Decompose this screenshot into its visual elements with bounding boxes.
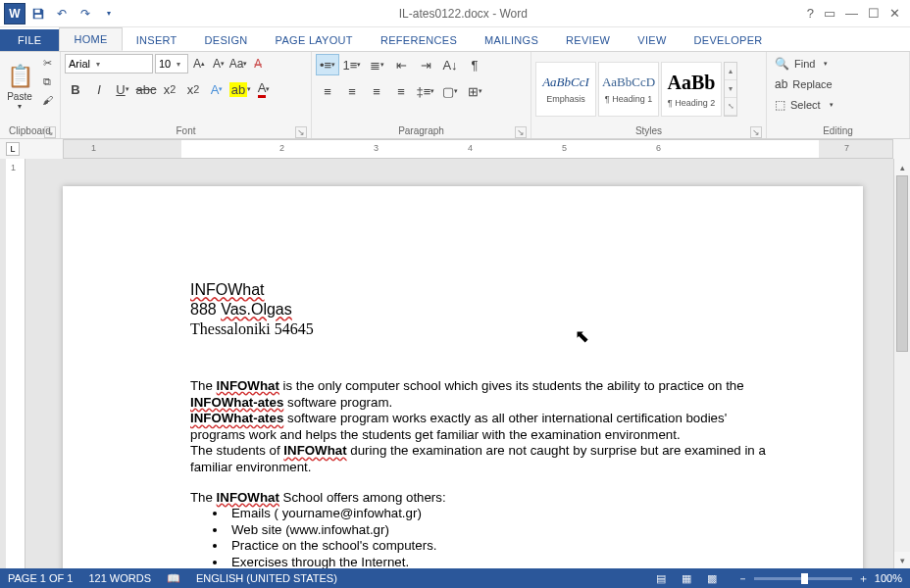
tab-insert[interactable]: INSERT [123, 29, 191, 51]
tab-references[interactable]: REFERENCES [367, 29, 471, 51]
decrease-indent-button[interactable]: ⇤ [389, 54, 413, 75]
zoom-thumb[interactable] [801, 573, 808, 584]
group-styles: AaBbCcIEmphasis AaBbCcD¶ Heading 1 AaBb¶… [531, 52, 767, 138]
ribbon-options-button[interactable]: ▭ [824, 6, 835, 21]
font-launcher[interactable]: ↘ [295, 126, 307, 138]
maximize-button[interactable]: ☐ [868, 6, 880, 21]
replace-button[interactable]: abReplace [771, 74, 836, 94]
page-indicator[interactable]: PAGE 1 OF 1 [8, 572, 73, 584]
vertical-ruler[interactable]: 1 [6, 159, 25, 568]
borders-button[interactable]: ⊞▾ [463, 80, 486, 102]
multilevel-button[interactable]: ≣▾ [365, 54, 388, 75]
copy-button[interactable]: ⧉ [38, 73, 56, 90]
shrink-font-button[interactable]: A▾ [210, 54, 228, 74]
align-right-button[interactable]: ≡ [365, 80, 388, 102]
styles-scroll-up[interactable]: ▴ [725, 63, 736, 80]
text-effects-button[interactable]: A▾ [206, 78, 228, 100]
language-indicator[interactable]: ENGLISH (UNITED STATES) [196, 572, 337, 584]
style-heading-1[interactable]: AaBbCcD¶ Heading 1 [598, 62, 659, 117]
align-left-button[interactable]: ≡ [316, 80, 339, 102]
clipboard-launcher[interactable]: ↘ [44, 126, 56, 138]
shading-button[interactable]: ▢▾ [438, 80, 462, 102]
word-count[interactable]: 121 WORDS [88, 572, 151, 584]
tab-page-layout[interactable]: PAGE LAYOUT [262, 29, 367, 51]
page[interactable]: INFOWhat 888 Vas.Olgas Thessaloniki 5464… [63, 186, 863, 568]
help-button[interactable]: ? [807, 6, 814, 21]
find-button[interactable]: 🔍Find▾ [771, 54, 832, 74]
minimize-button[interactable]: ― [845, 6, 858, 21]
style-emphasis[interactable]: AaBbCcIEmphasis [535, 62, 596, 117]
paragraph-label: Paragraph [398, 125, 444, 136]
bold-button[interactable]: B [65, 78, 86, 100]
zoom-out-button[interactable]: － [737, 571, 748, 586]
save-button[interactable] [27, 3, 49, 24]
font-color-button[interactable]: A▾ [253, 78, 275, 100]
show-marks-button[interactable]: ¶ [463, 54, 486, 75]
group-clipboard: 📋 Paste ▾ ✂ ⧉ 🖌 Clipboard↘ [0, 52, 61, 138]
close-button[interactable]: ✕ [889, 6, 900, 21]
styles-launcher[interactable]: ↘ [750, 126, 762, 138]
underline-button[interactable]: U▾ [112, 78, 133, 100]
sort-button[interactable]: A↓ [438, 54, 462, 75]
numbering-button[interactable]: 1≡▾ [340, 54, 364, 75]
italic-button[interactable]: I [88, 78, 110, 100]
doc-text: The INFOWhat is the only computer school… [190, 378, 769, 411]
change-case-button[interactable]: Aa▾ [229, 54, 247, 74]
horizontal-ruler[interactable]: 1 2 3 4 5 6 7 [63, 139, 893, 159]
scroll-thumb[interactable] [896, 175, 908, 352]
print-layout-button[interactable]: ▦ [677, 570, 696, 586]
font-size-select[interactable]: 10▾ [155, 54, 188, 74]
clear-formatting-button[interactable]: A̶ [249, 54, 267, 74]
subscript-button[interactable]: x2 [159, 78, 180, 100]
select-button[interactable]: ⬚Select▾ [771, 95, 837, 115]
quick-access-toolbar: W ↶ ↷ ▾ [0, 3, 120, 24]
style-heading-2[interactable]: AaBb¶ Heading 2 [661, 62, 722, 117]
cut-button[interactable]: ✂ [38, 54, 56, 72]
zoom-slider[interactable] [754, 577, 852, 580]
line-spacing-button[interactable]: ‡≡▾ [414, 80, 437, 102]
title-bar: W ↶ ↷ ▾ IL-ates0122.docx - Word ? ▭ ― ☐ … [0, 0, 910, 27]
superscript-button[interactable]: x2 [182, 78, 204, 100]
workarea: 1 INFOWhat 888 Vas.Olgas Thessaloniki 54… [0, 159, 910, 568]
format-painter-button[interactable]: 🖌 [38, 91, 56, 109]
strikethrough-button[interactable]: abc [135, 78, 157, 100]
align-center-button[interactable]: ≡ [340, 80, 364, 102]
scroll-up-button[interactable]: ▴ [894, 159, 910, 175]
read-mode-button[interactable]: ▤ [651, 570, 671, 586]
tab-selector[interactable]: L [6, 142, 20, 156]
highlight-button[interactable]: ab▾ [229, 78, 251, 100]
styles-expand[interactable]: ⤡ [725, 98, 736, 116]
document-viewport[interactable]: INFOWhat 888 Vas.Olgas Thessaloniki 5464… [25, 159, 893, 568]
font-name-select[interactable]: Arial▾ [65, 54, 153, 74]
zoom-level[interactable]: 100% [875, 572, 902, 584]
doc-text: The students of INFOWhat during the exam… [190, 443, 769, 475]
tab-file[interactable]: FILE [0, 29, 59, 51]
tab-developer[interactable]: DEVELOPER [681, 29, 777, 51]
zoom-in-button[interactable]: ＋ [858, 571, 869, 586]
scroll-track[interactable] [894, 175, 910, 552]
bullets-button[interactable]: •≡▾ [316, 54, 339, 75]
scroll-down-button[interactable]: ▾ [894, 552, 910, 568]
styles-label: Styles [635, 125, 662, 136]
select-icon: ⬚ [775, 98, 785, 112]
undo-button[interactable]: ↶ [51, 3, 73, 24]
spellcheck-icon[interactable]: 📖 [167, 572, 180, 585]
tab-design[interactable]: DESIGN [191, 29, 262, 51]
redo-button[interactable]: ↷ [75, 3, 96, 24]
horizontal-ruler-wrap: L 1 2 3 4 5 6 7 [0, 139, 910, 159]
paragraph-launcher[interactable]: ↘ [515, 126, 527, 138]
paste-button[interactable]: 📋 Paste ▾ [4, 54, 35, 121]
styles-scroll-down[interactable]: ▾ [725, 80, 736, 98]
tab-home[interactable]: HOME [59, 27, 122, 51]
justify-button[interactable]: ≡ [389, 80, 413, 102]
tab-mailings[interactable]: MAILINGS [471, 29, 552, 51]
group-font: Arial▾ 10▾ A▴ A▾ Aa▾ A̶ B I U▾ abc x2 x2… [61, 52, 312, 138]
svg-rect-0 [35, 9, 40, 13]
tab-review[interactable]: REVIEW [552, 29, 624, 51]
qat-customize[interactable]: ▾ [98, 3, 120, 24]
tab-view[interactable]: VIEW [624, 29, 680, 51]
ribbon: 📋 Paste ▾ ✂ ⧉ 🖌 Clipboard↘ Arial▾ 10▾ A▴… [0, 51, 910, 139]
increase-indent-button[interactable]: ⇥ [414, 54, 437, 75]
web-layout-button[interactable]: ▩ [702, 570, 722, 586]
grow-font-button[interactable]: A▴ [190, 54, 208, 74]
